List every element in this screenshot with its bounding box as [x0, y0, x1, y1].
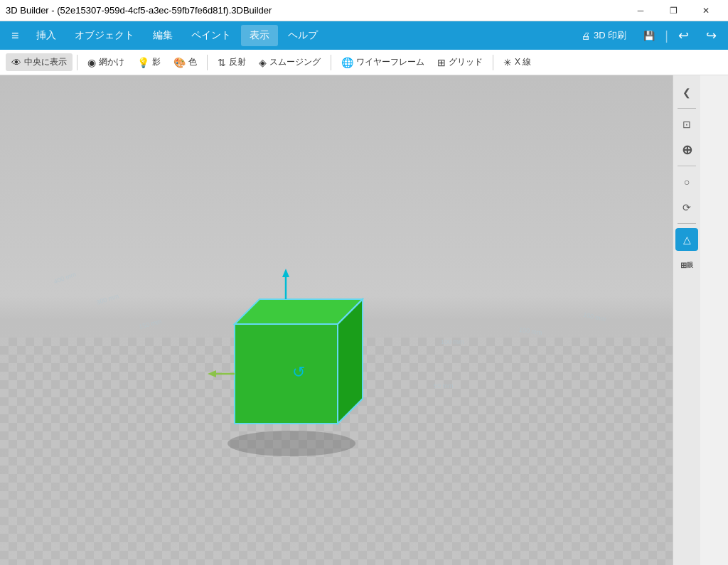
- eye-icon: 👁: [11, 57, 21, 68]
- menu-item-help[interactable]: ヘルプ: [279, 25, 326, 46]
- grid-overlay: [0, 75, 213, 182]
- sidebar-sep-2: [678, 166, 696, 166]
- cube-front-face: [235, 324, 338, 424]
- rotate-handle: ↺: [292, 363, 305, 381]
- sidebar-sep-3: [678, 223, 696, 224]
- menu-item-edit[interactable]: 編集: [144, 25, 181, 46]
- toolbar-grid[interactable]: ⊞ グリッド: [432, 53, 488, 71]
- sidebar-circle[interactable]: ○: [675, 171, 698, 193]
- toolbar-shade[interactable]: ◉ 網かけ: [82, 53, 130, 71]
- close-button[interactable]: ✕: [690, 0, 722, 21]
- hamburger-menu[interactable]: ≡: [4, 24, 26, 48]
- redo-button[interactable]: ↪: [699, 25, 724, 46]
- menu-item-object[interactable]: オブジェクト: [66, 25, 143, 46]
- 3d-viewport[interactable]: 400 mm 300 mm 150 mm 100 mm 100 mm 100 m…: [0, 75, 700, 565]
- menubar: ≡ 挿入 オブジェクト 編集 ペイント 表示 ヘルプ 🖨 3D 印刷 💾 | ↩…: [0, 21, 728, 50]
- shade-icon: ◉: [87, 57, 96, 68]
- print3d-button[interactable]: 🖨 3D 印刷: [574, 26, 633, 45]
- toolbar-sep-4: [493, 55, 493, 70]
- sidebar-collapse-btn[interactable]: ❮: [675, 81, 698, 104]
- toolbar-sep-2: [207, 55, 208, 70]
- toolbar-smooth[interactable]: ◈ スムージング: [253, 53, 326, 71]
- right-sidebar: ❮ ⊡ ⊕ ○ ⟳ △ ⊞眼: [673, 75, 700, 565]
- menubar-right: 🖨 3D 印刷 💾 | ↩ ↪: [574, 25, 724, 46]
- xray-icon: ✳: [503, 57, 512, 68]
- restore-button[interactable]: ❐: [657, 0, 690, 21]
- viewport-row: 400 mm 300 mm 150 mm 100 mm 100 mm 100 m…: [0, 75, 728, 565]
- app-title: 3D Builder - (52e15307-959d-4cf5-a3ec-59…: [6, 5, 272, 16]
- minimize-button[interactable]: ─: [624, 0, 657, 21]
- arrow-right-head: [208, 370, 216, 377]
- print3d-icon: 🖨: [582, 31, 591, 41]
- toolbar-color[interactable]: 🎨 色: [168, 53, 203, 71]
- toolbar-light[interactable]: 💡 影: [132, 53, 166, 71]
- sidebar-rotate-view[interactable]: ⟳: [675, 196, 698, 219]
- menu-item-insert[interactable]: 挿入: [28, 25, 65, 46]
- 3d-cube-svg: ↺: [206, 267, 377, 459]
- sidebar-zoom-in[interactable]: ⊕: [675, 139, 698, 161]
- light-icon: 💡: [137, 57, 149, 68]
- titlebar: 3D Builder - (52e15307-959d-4cf5-a3ec-59…: [0, 0, 728, 21]
- menu-item-view[interactable]: 表示: [241, 25, 278, 46]
- smooth-icon: ◈: [259, 57, 267, 68]
- toolbar-xray[interactable]: ✳ X 線: [498, 53, 537, 71]
- toolbar-center[interactable]: 👁 中央に表示: [6, 53, 73, 71]
- save-button[interactable]: 💾: [636, 28, 662, 44]
- sidebar-zoom-extent[interactable]: ⊡: [675, 113, 698, 136]
- toolbar-sep-3: [331, 55, 331, 70]
- arrow-up-head: [282, 269, 289, 277]
- toolbar-sep-1: [77, 55, 77, 70]
- sidebar-grid-tool[interactable]: ⊞眼: [675, 254, 698, 276]
- toolbar-wire[interactable]: 🌐 ワイヤーフレーム: [336, 53, 430, 71]
- menu-item-paint[interactable]: ペイント: [183, 25, 240, 46]
- reflect-icon: ⇅: [218, 57, 226, 68]
- window-controls: ─ ❐ ✕: [624, 0, 722, 21]
- menubar-separator: |: [665, 28, 668, 43]
- toolbar-reflect[interactable]: ⇅ 反射: [212, 53, 252, 71]
- view-toolbar: 👁 中央に表示 ◉ 網かけ 💡 影 🎨 色 ⇅ 反射 ◈ スムージング 🌐 ワイ…: [0, 50, 728, 75]
- cube-shadow: [228, 431, 355, 456]
- color-icon: 🎨: [173, 57, 186, 68]
- undo-button[interactable]: ↩: [671, 25, 696, 46]
- wire-icon: 🌐: [341, 57, 353, 68]
- sidebar-alert[interactable]: △: [675, 228, 698, 251]
- dim-label-4: 100 mm: [441, 338, 464, 345]
- dim-label-7: 50 mm: [434, 382, 454, 389]
- grid-icon: ⊞: [437, 57, 446, 68]
- sidebar-sep-1: [678, 108, 696, 109]
